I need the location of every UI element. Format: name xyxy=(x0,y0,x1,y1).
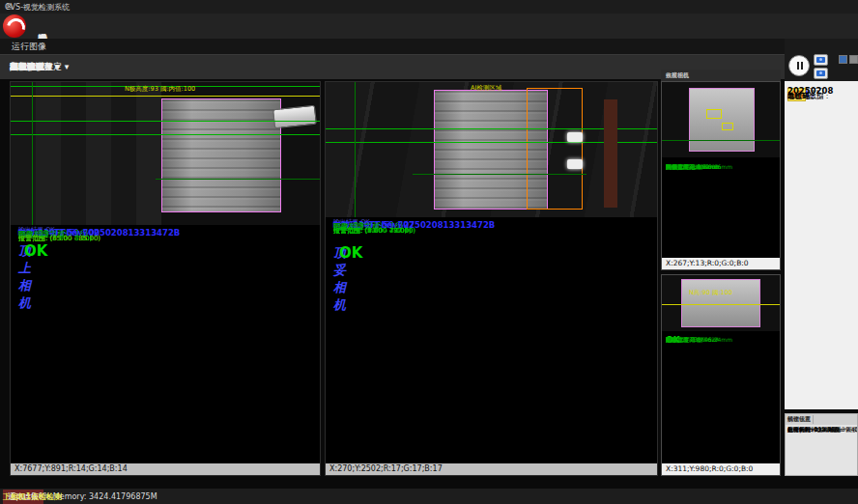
mini-tool-button-1[interactable] xyxy=(839,55,847,64)
result-text-thumb-bottom: OK 图像处理完成圈数: 13正极宽度:83.77mm隔膜宽度-下侧:95.24… xyxy=(662,331,780,463)
battery-cell-part xyxy=(689,88,755,152)
gripper-part xyxy=(272,105,317,128)
thumb-text-line: 时间:13-31-59-627 xyxy=(666,334,719,346)
camera-capture-button-2[interactable] xyxy=(814,68,828,79)
machine-background xyxy=(11,82,161,225)
roi-box-yellow xyxy=(722,123,733,130)
status-bar: 心跳信号 相机连线 通讯连接 Cpu: 0.0% Memory: 3424.41… xyxy=(0,489,858,504)
pixel-readout-thumb-top: X:267;Y:13;R:0;G:0;B:0 xyxy=(662,258,780,269)
result-text-left: 顶上相机 OK 输出结果:OK 电芯码: 0FFIiiw202502081331… xyxy=(11,225,320,463)
overlay-line-vertical xyxy=(355,82,356,217)
camera-view-middle: AI检测区域 顶妥相机 OK 输出结果:OK 电芯码: 0FFIiiw20250… xyxy=(325,81,658,476)
write-to-machine-label: 向机写数据： xyxy=(787,92,831,101)
overlay-line-yellow xyxy=(662,304,780,305)
bottom-right-panel: 动作位置线速示意解锁状态 机针行数: 222, 纵隔检测间距: 17, 纵隔分卷… xyxy=(785,413,858,476)
overlay-line-green xyxy=(11,121,320,122)
tab-run-image[interactable]: 运行图像 xyxy=(12,39,46,54)
machine-part xyxy=(604,99,617,208)
camera-image-left[interactable]: N极高度:93 阈:内值:100 xyxy=(11,82,320,225)
ai-region-annotation: AI检测区域 xyxy=(471,84,501,93)
battery-cell-part xyxy=(161,98,281,212)
overlay-line-vertical xyxy=(32,82,33,225)
app-logo-icon xyxy=(3,14,26,38)
bottom-camera-check-status: 下相机1点检检测 xyxy=(3,491,62,502)
roi-box-orange xyxy=(527,88,583,210)
close-button[interactable]: ✕ xyxy=(0,0,18,14)
camera-view-thumb-top: 图像处理完成圈数: 13外侧盖间距:3.92mm内侧盖间距:4.60mm负极宽度… xyxy=(661,81,781,270)
pixel-readout-thumb-bottom: X:311;Y:980;R:0;G:0;B:0 xyxy=(662,463,780,475)
result-ok: OK xyxy=(339,244,362,262)
titlebar: CVS-视觉检测系统 — □ ✕ xyxy=(0,0,858,14)
bottom-right-tabs: 动作位置线速示意解锁状态 xyxy=(786,414,857,425)
camera-view-thumb-bottom: N高:90 阈:100 OK 图像处理完成圈数: 13正极宽度:83.77mm隔… xyxy=(661,274,781,476)
toolbar-item[interactable]: 其它设置 ▾ xyxy=(4,61,57,73)
thumb-text-line: 时间:13-31-59-600 xyxy=(666,161,719,173)
menu-bar: 系统配置相机配置通讯配置IO手动配置光源控制配置查看系统语言切换 xyxy=(0,14,858,39)
camera-view-left: N极高度:93 阈:内值:100 顶上相机 OK 输出结果:OK 电芯码: 0F… xyxy=(10,81,321,476)
reflection-glint xyxy=(567,159,583,169)
alarm-range: 报警范围: (89.00 - 91.00) xyxy=(18,235,100,242)
thumbnail-tab[interactable]: 点检状态 xyxy=(663,71,692,80)
overlay-line-green xyxy=(11,134,320,135)
result-ok: OK xyxy=(24,242,47,260)
height-annotation: N高:90 阈:100 xyxy=(689,289,732,297)
camera-image-middle[interactable]: AI检测区域 xyxy=(326,82,657,217)
roi-box-yellow xyxy=(706,109,722,119)
result-text-middle: 顶妥相机 OK 输出结果:OK 电芯码: 0FFIiiw202502081331… xyxy=(326,217,657,463)
status-text-line: 处理耗时: 258.00ms xyxy=(787,426,844,433)
camera-image-thumb-bottom[interactable]: N高:90 阈:100 xyxy=(662,275,780,331)
mini-tool-button-2[interactable] xyxy=(849,55,858,64)
camera-capture-button-1[interactable] xyxy=(814,54,828,66)
pixel-readout-left: X:7677;Y:891;R:14;G:14;B:14 xyxy=(11,463,320,475)
alarm-range: 报警范围: (0.60 - 4.00) xyxy=(333,227,407,235)
pixel-readout-middle: X:270;Y:2502;R:17;G:17;B:17 xyxy=(326,463,657,475)
bottom-right-body: 机针行数: 222, 纵隔检测间距: 17, 纵隔分卷剩针: 0, 纵隔固定分米… xyxy=(786,425,857,475)
thumbnail-header: 收尾相机贴胶相机点检状态 xyxy=(661,70,781,81)
tab-row: 运行图像 xyxy=(0,39,858,54)
cvs-vision-app: CVS-视觉检测系统 — □ ✕ 系统配置相机配置通讯配置IO手动配置光源控制配… xyxy=(0,0,858,504)
overlay-line-green xyxy=(156,179,320,180)
overlay-line-green xyxy=(662,140,780,141)
pause-icon xyxy=(797,62,799,70)
bottom-right-tab[interactable]: 解锁状态 xyxy=(786,415,814,424)
top-right-controls xyxy=(785,39,858,81)
battery-cell-part xyxy=(681,279,760,327)
result-text-thumb-top: 图像处理完成圈数: 13外侧盖间距:3.92mm内侧盖间距:4.60mm负极宽度… xyxy=(662,157,780,258)
camera-image-thumb-top[interactable] xyxy=(662,82,780,157)
overlay-line-yellow xyxy=(11,96,320,97)
right-info-panel: 登录用户： cys 使用型号： Mode11 总排累： 排废 排妥 电芯码： 2… xyxy=(785,81,858,409)
reflection-glint xyxy=(567,132,583,142)
overlay-line-green xyxy=(413,174,586,175)
height-annotation: N极高度:93 阈:内值:100 xyxy=(125,85,195,94)
pause-button[interactable] xyxy=(788,55,810,76)
